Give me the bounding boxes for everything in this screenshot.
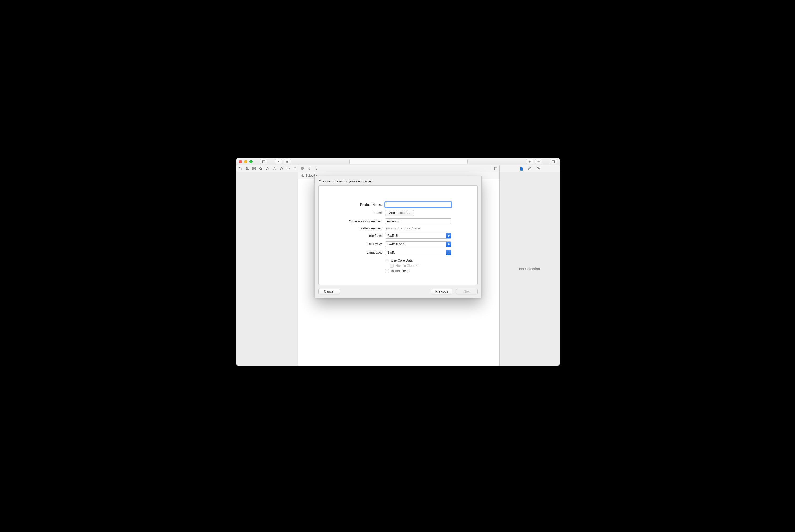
- minimize-window-icon[interactable]: [244, 160, 247, 163]
- svg-rect-20: [494, 167, 497, 170]
- go-forward-icon[interactable]: [314, 167, 318, 171]
- next-button: Next: [456, 289, 478, 294]
- breakpoint-navigator-icon[interactable]: [286, 167, 290, 171]
- stop-button[interactable]: [284, 159, 291, 164]
- product-name-input[interactable]: [385, 202, 451, 207]
- debug-navigator-icon[interactable]: [280, 167, 283, 171]
- source-control-navigator-icon[interactable]: [245, 167, 249, 171]
- svg-rect-7: [246, 169, 247, 170]
- svg-rect-19: [303, 169, 304, 170]
- symbol-navigator-icon[interactable]: [252, 167, 256, 171]
- svg-rect-3: [286, 160, 288, 163]
- run-button[interactable]: [275, 159, 282, 164]
- org-id-label: Organization Identifier:: [343, 220, 382, 223]
- history-inspector-icon[interactable]: [528, 167, 532, 171]
- life-cycle-label: Life Cycle:: [343, 242, 382, 246]
- report-navigator-icon[interactable]: [293, 167, 297, 171]
- related-items-icon[interactable]: [301, 167, 305, 171]
- team-label: Team:: [343, 211, 382, 215]
- inspector-tabs: [499, 165, 560, 172]
- new-project-options-sheet: Choose options for your new project: Pro…: [315, 176, 481, 298]
- window-controls: [239, 160, 253, 163]
- product-name-label: Product Name:: [343, 203, 382, 207]
- inspector-placeholder: No Selection: [519, 267, 540, 271]
- library-add-button[interactable]: [526, 159, 533, 164]
- svg-rect-18: [301, 169, 302, 170]
- file-inspector-icon[interactable]: [519, 167, 524, 171]
- life-cycle-value: SwiftUI App: [387, 242, 404, 246]
- bundle-id-label: Bundle Identifier:: [343, 227, 382, 230]
- host-cloudkit-checkbox: Host in CloudKit: [390, 264, 454, 268]
- interface-popup[interactable]: SwiftUI: [385, 233, 451, 239]
- host-cloudkit-label: Host in CloudKit: [396, 264, 419, 268]
- sheet-title: Choose options for your new project:: [315, 176, 481, 185]
- code-review-button[interactable]: [535, 159, 542, 164]
- svg-rect-5: [554, 160, 555, 163]
- interface-label: Interface:: [343, 234, 382, 238]
- svg-rect-9: [253, 167, 254, 168]
- chevron-updown-icon: [447, 250, 451, 255]
- checkbox-icon: [385, 259, 389, 262]
- toggle-navigator-button[interactable]: [260, 159, 267, 164]
- inspector-panel: No Selection: [499, 172, 560, 366]
- editor-layout-icon[interactable]: [494, 167, 498, 171]
- issue-navigator-icon[interactable]: [266, 167, 269, 171]
- include-tests-label: Include Tests: [391, 269, 410, 273]
- checkbox-icon: [385, 269, 389, 273]
- bundle-id-value: microsoft.ProductName: [385, 227, 421, 230]
- svg-point-13: [267, 169, 268, 170]
- previous-button[interactable]: Previous: [431, 289, 452, 294]
- zoom-window-icon[interactable]: [249, 160, 253, 163]
- use-core-data-label: Use Core Data: [391, 259, 413, 262]
- tabbar: [236, 165, 560, 172]
- checkbox-icon: [390, 264, 394, 268]
- navigator-panel: [236, 172, 298, 366]
- add-account-button[interactable]: Add account...: [385, 210, 414, 216]
- find-navigator-icon[interactable]: [259, 167, 263, 171]
- toggle-inspector-button[interactable]: [550, 159, 557, 164]
- sheet-footer: Cancel Previous Next: [315, 285, 481, 298]
- svg-rect-11: [253, 169, 254, 170]
- navigator-tabs: [236, 165, 298, 172]
- chevron-updown-icon: [447, 242, 451, 247]
- close-window-icon[interactable]: [239, 160, 242, 163]
- org-id-input[interactable]: [385, 218, 451, 224]
- svg-point-23: [538, 169, 538, 170]
- svg-rect-17: [303, 167, 304, 168]
- go-back-icon[interactable]: [307, 167, 311, 171]
- editor-path-bar: [298, 165, 492, 172]
- help-inspector-icon[interactable]: [536, 167, 540, 171]
- project-navigator-icon[interactable]: [239, 167, 242, 171]
- interface-value: SwiftUI: [387, 234, 398, 238]
- titlebar: [236, 158, 560, 165]
- chevron-updown-icon: [447, 233, 451, 239]
- xcode-window: No Selection No Selection Choose options…: [236, 158, 560, 366]
- svg-marker-2: [278, 160, 280, 163]
- svg-rect-8: [248, 169, 249, 170]
- sheet-form-panel: Product Name: Team: Add account... Organ…: [318, 185, 478, 285]
- use-core-data-checkbox[interactable]: Use Core Data: [385, 259, 454, 262]
- life-cycle-popup[interactable]: SwiftUI App: [385, 241, 451, 247]
- svg-rect-16: [301, 167, 302, 168]
- activity-status-field: [349, 159, 468, 164]
- cancel-button[interactable]: Cancel: [318, 289, 340, 294]
- svg-rect-10: [254, 167, 255, 168]
- test-navigator-icon[interactable]: [272, 167, 276, 171]
- svg-rect-1: [262, 160, 263, 163]
- include-tests-checkbox[interactable]: Include Tests: [385, 269, 454, 273]
- language-value: Swift: [387, 251, 395, 254]
- language-popup[interactable]: Swift: [385, 250, 451, 255]
- language-label: Language:: [343, 251, 382, 254]
- svg-rect-6: [246, 167, 248, 168]
- svg-point-12: [260, 167, 262, 169]
